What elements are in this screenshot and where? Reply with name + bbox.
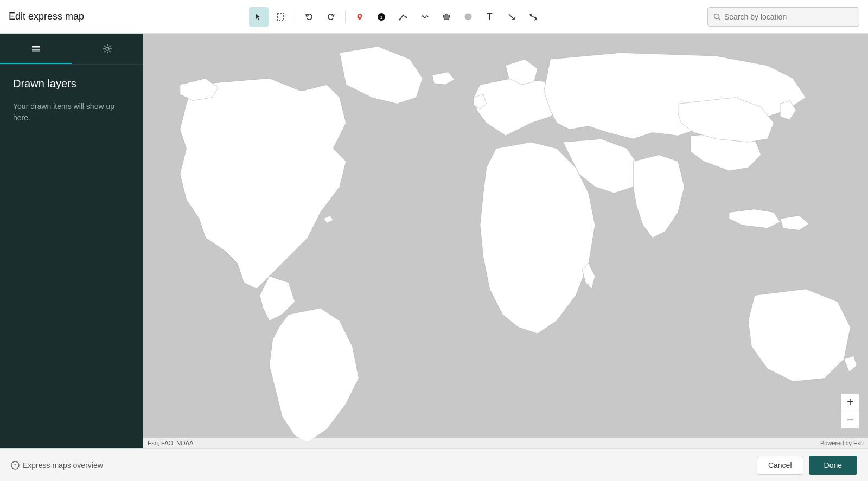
rectangle-select-button[interactable] — [271, 7, 290, 27]
double-arrow-icon — [529, 12, 538, 21]
redo-button[interactable] — [321, 7, 341, 27]
polygon-button[interactable] — [437, 7, 456, 27]
polyline-button[interactable] — [393, 7, 413, 27]
drawn-layers-description: Your drawn items will show up here. — [13, 101, 130, 124]
sidebar-tab-layers[interactable] — [0, 34, 72, 64]
svg-rect-13 — [32, 49, 40, 50]
attribution-left: Esri, FAO, NOAA — [148, 440, 193, 446]
zoom-out-button[interactable]: − — [841, 411, 859, 428]
svg-line-10 — [719, 18, 721, 20]
rect-select-icon — [276, 12, 285, 21]
footer: ? Express maps overview Cancel Done — [0, 448, 868, 481]
world-map — [143, 34, 868, 448]
map-container[interactable]: Esri, FAO, NOAA Powered by Esri + − — [143, 34, 868, 448]
toolbar-separator-1 — [295, 10, 295, 23]
layers-icon — [30, 43, 41, 54]
express-maps-overview-label: Express maps overview — [23, 461, 103, 470]
sidebar: Drawn layers Your drawn items will show … — [0, 34, 143, 448]
svg-point-4 — [399, 18, 400, 20]
svg-point-5 — [402, 14, 404, 16]
svg-point-1 — [359, 15, 361, 17]
undo-icon — [305, 12, 314, 21]
sidebar-tabs — [0, 34, 143, 65]
text-icon: T — [487, 12, 493, 22]
search-bar — [707, 7, 859, 27]
freehand-icon — [420, 12, 429, 21]
map-attribution: Esri, FAO, NOAA Powered by Esri — [143, 438, 868, 448]
point-tool-button[interactable] — [350, 7, 369, 27]
text-button[interactable]: T — [480, 7, 500, 27]
toolbar-separator-2 — [345, 10, 346, 23]
svg-line-7 — [509, 14, 514, 20]
svg-point-6 — [405, 16, 407, 18]
svg-rect-14 — [32, 50, 40, 52]
polygon-icon — [442, 12, 451, 21]
drawn-layers-title: Drawn layers — [13, 78, 130, 90]
header: Edit express map — [0, 0, 868, 34]
arrow-icon — [507, 12, 516, 21]
number-marker-icon: 1 — [377, 12, 386, 21]
select-tool-button[interactable] — [249, 7, 269, 27]
svg-point-15 — [106, 47, 109, 50]
polyline-icon — [399, 12, 407, 21]
done-button[interactable]: Done — [809, 456, 857, 475]
settings-icon — [102, 43, 113, 54]
footer-actions: Cancel Done — [757, 456, 857, 475]
freehand-button[interactable] — [415, 7, 435, 27]
toolbar: 1 T — [249, 7, 543, 27]
arrow-button[interactable] — [502, 7, 521, 27]
svg-rect-12 — [32, 46, 40, 47]
page-title: Edit express map — [9, 11, 84, 22]
svg-text:?: ? — [14, 463, 16, 469]
double-arrow-button[interactable] — [524, 7, 543, 27]
sidebar-content: Drawn layers Your drawn items will show … — [0, 65, 143, 137]
attribution-right: Powered by Esri — [820, 440, 864, 446]
express-maps-overview-link[interactable]: ? Express maps overview — [11, 461, 103, 470]
sidebar-tab-settings[interactable] — [72, 34, 143, 64]
help-icon: ? — [11, 461, 20, 470]
point-icon — [355, 12, 364, 21]
svg-rect-0 — [277, 14, 284, 20]
undo-button[interactable] — [299, 7, 319, 27]
main-area: Drawn layers Your drawn items will show … — [0, 34, 868, 448]
search-icon — [713, 13, 721, 21]
zoom-in-button[interactable]: + — [841, 394, 859, 411]
cancel-button[interactable]: Cancel — [757, 456, 803, 475]
redo-icon — [327, 12, 335, 21]
label-icon — [464, 12, 473, 21]
zoom-controls: + − — [841, 393, 859, 429]
number-marker-button[interactable]: 1 — [372, 7, 391, 27]
search-input[interactable] — [724, 12, 853, 21]
svg-text:1: 1 — [380, 15, 382, 20]
svg-point-9 — [714, 14, 719, 18]
label-button[interactable] — [458, 7, 478, 27]
svg-rect-11 — [32, 47, 40, 48]
cursor-icon — [254, 12, 263, 21]
